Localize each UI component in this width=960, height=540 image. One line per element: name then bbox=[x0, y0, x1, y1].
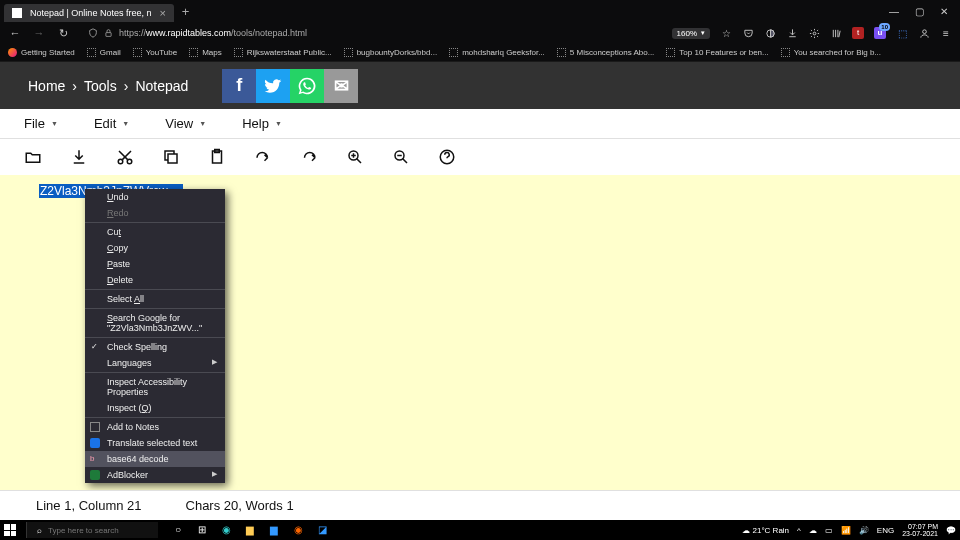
email-share-button[interactable]: ✉ bbox=[324, 69, 358, 103]
taskbar-search[interactable]: ⌕ bbox=[26, 522, 158, 538]
weather-widget[interactable]: ☁ 21°C Rain bbox=[742, 526, 789, 535]
chevron-right-icon: ▶ bbox=[212, 358, 217, 366]
task-view-icon[interactable]: ⊞ bbox=[196, 524, 208, 536]
view-menu[interactable]: View▼ bbox=[165, 116, 206, 131]
pocket-icon[interactable] bbox=[742, 27, 754, 39]
ctx-check-spelling[interactable]: ✓Check Spelling bbox=[85, 339, 225, 355]
theme-icon[interactable] bbox=[764, 27, 776, 39]
zoom-badge[interactable]: 160%▾ bbox=[672, 28, 710, 39]
menu-icon[interactable]: ≡ bbox=[940, 27, 952, 39]
base64-icon: b bbox=[90, 454, 100, 464]
battery-icon[interactable]: ▭ bbox=[825, 526, 833, 535]
facebook-share-button[interactable]: f bbox=[222, 69, 256, 103]
clock[interactable]: 07:07 PM 23-07-2021 bbox=[902, 523, 938, 537]
ctx-languages[interactable]: Languages▶ bbox=[85, 355, 225, 371]
svg-point-3 bbox=[922, 29, 926, 33]
chevron-right-icon: › bbox=[72, 78, 77, 94]
ctx-base64-decode[interactable]: bbase64 decode bbox=[85, 451, 225, 467]
edit-menu[interactable]: Edit▼ bbox=[94, 116, 129, 131]
breadcrumb-tools[interactable]: Tools bbox=[84, 78, 117, 94]
ctx-copy[interactable]: Copy bbox=[85, 240, 225, 256]
help-menu[interactable]: Help▼ bbox=[242, 116, 282, 131]
twitter-share-button[interactable] bbox=[256, 69, 290, 103]
zoom-out-button[interactable] bbox=[392, 148, 410, 166]
explorer-icon[interactable]: ▆ bbox=[244, 524, 256, 536]
account-icon[interactable] bbox=[918, 27, 930, 39]
lock-icon bbox=[104, 28, 113, 38]
star-icon[interactable]: ☆ bbox=[720, 27, 732, 39]
bm-gmail[interactable]: Gmail bbox=[87, 48, 121, 57]
globe-icon bbox=[781, 48, 790, 57]
back-button[interactable]: ← bbox=[8, 27, 22, 39]
onedrive-icon[interactable]: ☁ bbox=[809, 526, 817, 535]
firefox-icon bbox=[8, 48, 17, 57]
bm-getting-started[interactable]: Getting Started bbox=[8, 48, 75, 57]
ctx-inspect[interactable]: Inspect (Q) bbox=[85, 400, 225, 416]
ctx-accessibility[interactable]: Inspect Accessibility Properties bbox=[85, 374, 225, 400]
ublock-icon[interactable]: u10 bbox=[874, 27, 886, 39]
cortana-icon[interactable]: ○ bbox=[172, 524, 184, 536]
ctx-undo[interactable]: Undo bbox=[85, 189, 225, 205]
browser-tab[interactable]: Notepad | Online Notes free, n × bbox=[4, 4, 174, 22]
whatsapp-share-button[interactable] bbox=[290, 69, 324, 103]
bm-bugbounty[interactable]: bugbountyDorks/bbd... bbox=[344, 48, 438, 57]
caret-down-icon: ▼ bbox=[51, 120, 58, 127]
library-icon[interactable] bbox=[830, 27, 842, 39]
store-icon[interactable]: ▆ bbox=[268, 524, 280, 536]
bm-bigdata[interactable]: You searched for Big b... bbox=[781, 48, 881, 57]
undo-button[interactable] bbox=[254, 148, 272, 166]
breadcrumb-home[interactable]: Home bbox=[28, 78, 65, 94]
download-icon[interactable] bbox=[786, 27, 798, 39]
settings-icon[interactable] bbox=[808, 27, 820, 39]
ctx-translate[interactable]: Translate selected text bbox=[85, 435, 225, 451]
url-bar[interactable]: https://www.rapidtables.com/tools/notepa… bbox=[88, 28, 307, 38]
char-word-count: Chars 20, Words 1 bbox=[186, 498, 294, 513]
start-button[interactable] bbox=[4, 524, 16, 536]
bm-youtube[interactable]: YouTube bbox=[133, 48, 177, 57]
favicon-icon bbox=[12, 8, 22, 18]
ctx-select-all[interactable]: Select All bbox=[85, 291, 225, 307]
firefox-icon[interactable]: ◉ bbox=[292, 524, 304, 536]
edge-icon[interactable]: ◉ bbox=[220, 524, 232, 536]
close-window-button[interactable]: ✕ bbox=[940, 6, 948, 17]
save-button[interactable] bbox=[70, 148, 88, 166]
volume-icon[interactable]: 🔊 bbox=[859, 526, 869, 535]
close-tab-icon[interactable]: × bbox=[159, 7, 165, 19]
minimize-button[interactable]: — bbox=[889, 6, 899, 17]
paste-button[interactable] bbox=[208, 148, 226, 166]
ctx-paste[interactable]: Paste bbox=[85, 256, 225, 272]
maximize-button[interactable]: ▢ bbox=[915, 6, 924, 17]
open-button[interactable] bbox=[24, 148, 42, 166]
cut-button[interactable] bbox=[116, 148, 134, 166]
notifications-icon[interactable]: 💬 bbox=[946, 526, 956, 535]
copy-button[interactable] bbox=[162, 148, 180, 166]
tray-chevron-icon[interactable]: ^ bbox=[797, 526, 801, 535]
bm-maps[interactable]: Maps bbox=[189, 48, 222, 57]
bm-features[interactable]: Top 10 Features or ben... bbox=[666, 48, 768, 57]
bm-geeks[interactable]: mohdshariq Geeksfor... bbox=[449, 48, 545, 57]
help-button[interactable] bbox=[438, 148, 456, 166]
ctx-add-notes[interactable]: Add to Notes bbox=[85, 419, 225, 435]
svg-point-5 bbox=[127, 159, 132, 164]
ctx-cut[interactable]: Cut bbox=[85, 224, 225, 240]
bm-misconceptions[interactable]: 5 Misconceptions Abo... bbox=[557, 48, 655, 57]
extension-tab-icon[interactable]: t bbox=[852, 27, 864, 39]
redo-button[interactable] bbox=[300, 148, 318, 166]
extension-icon[interactable]: ⬚ bbox=[896, 27, 908, 39]
wifi-icon[interactable]: 📶 bbox=[841, 526, 851, 535]
breadcrumb: Home › Tools › Notepad bbox=[28, 78, 188, 94]
new-tab-button[interactable]: + bbox=[182, 4, 190, 19]
reload-button[interactable]: ↻ bbox=[56, 27, 70, 40]
ctx-delete[interactable]: Delete bbox=[85, 272, 225, 288]
vscode-icon[interactable]: ◪ bbox=[316, 524, 328, 536]
ctx-search-google[interactable]: Search Google for "Z2Vla3Nmb3JnZWV..." bbox=[85, 310, 225, 336]
ctx-redo: Redo bbox=[85, 205, 225, 221]
ctx-adblocker[interactable]: AdBlocker▶ bbox=[85, 467, 225, 483]
check-icon: ✓ bbox=[91, 342, 98, 351]
bm-rijks[interactable]: Rijkswaterstaat Public... bbox=[234, 48, 332, 57]
forward-button[interactable]: → bbox=[32, 27, 46, 39]
language-indicator[interactable]: ENG bbox=[877, 526, 894, 535]
zoom-in-button[interactable] bbox=[346, 148, 364, 166]
search-input[interactable] bbox=[48, 526, 148, 535]
file-menu[interactable]: File▼ bbox=[24, 116, 58, 131]
